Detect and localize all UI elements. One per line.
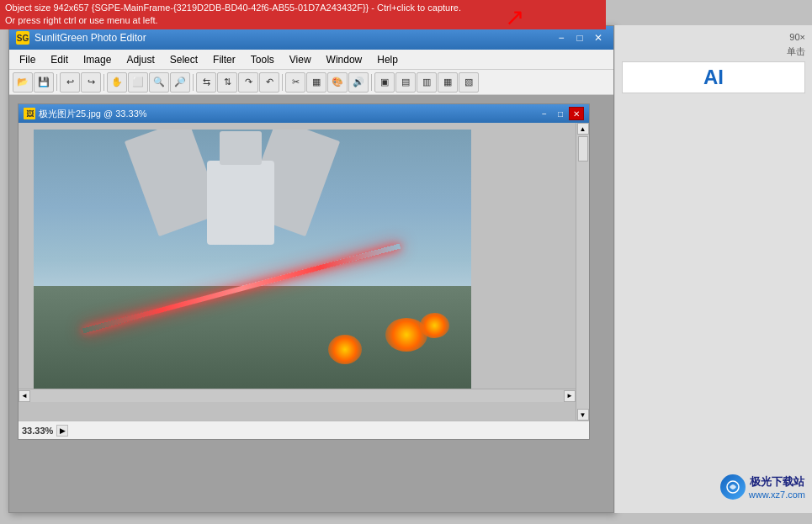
minimize-button[interactable]: − (553, 30, 570, 45)
image-title-buttons: − □ ✕ (537, 107, 584, 120)
menu-filter[interactable]: Filter (206, 52, 242, 67)
menu-window[interactable]: Window (320, 52, 369, 67)
menu-help[interactable]: Help (370, 52, 405, 67)
image-window: 🖼 极光图片25.jpg @ 33.33% − □ ✕ (18, 103, 590, 440)
image-file-icon: 🖼 (24, 108, 35, 119)
menu-bar: File Edit Image Adjust Select Filter Too… (9, 50, 613, 70)
scrollbar-left-arrow[interactable]: ◄ (19, 390, 30, 402)
hand-tool[interactable]: ✋ (107, 72, 127, 93)
window-title: SunlitGreen Photo Editor (34, 32, 146, 44)
sep4 (282, 74, 283, 91)
image-content: ▲ ▼ ◄ ► (19, 123, 589, 421)
scene-background (34, 130, 471, 390)
frame2-tool[interactable]: ▤ (395, 72, 416, 93)
image-title-text: 极光图片25.jpg @ 33.33% (39, 108, 147, 120)
right-ad-block[interactable]: AI (622, 61, 805, 93)
flip-v-tool[interactable]: ⇅ (217, 72, 237, 93)
image-statusbar: 33.33% ▶ (19, 421, 589, 439)
image-canvas (34, 130, 471, 390)
image-title-left: 🖼 极光图片25.jpg @ 33.33% (24, 108, 147, 120)
menu-edit[interactable]: Edit (44, 52, 75, 67)
mech-figure (165, 130, 316, 312)
explosion-2 (420, 313, 449, 338)
menu-image[interactable]: Image (77, 52, 118, 67)
save-button[interactable]: 💾 (34, 72, 54, 93)
menu-select[interactable]: Select (163, 52, 204, 67)
menu-view[interactable]: View (283, 52, 318, 67)
title-bar-left: SG SunlitGreen Photo Editor (16, 31, 146, 45)
capture-line2: Or press right ctrl or use menu at left. (5, 15, 158, 25)
maximize-button[interactable]: □ (571, 30, 588, 45)
close-button[interactable]: ✕ (590, 30, 607, 45)
capture-line1: Object size 942x657 {SGPE-MainFrame-{321… (5, 3, 461, 13)
content-area: 🖼 极光图片25.jpg @ 33.33% − □ ✕ (9, 95, 613, 512)
capture-arrow: ↗ (505, 3, 524, 31)
audio-tool[interactable]: 🔊 (348, 72, 369, 93)
scrollbar-thumb-v[interactable] (578, 136, 588, 161)
image-close-btn[interactable]: ✕ (569, 107, 584, 120)
sep2 (103, 74, 104, 91)
title-buttons: − □ ✕ (553, 30, 607, 45)
open-button[interactable]: 📂 (13, 72, 33, 93)
statusbar-expand-btn[interactable]: ▶ (56, 425, 68, 437)
menu-adjust[interactable]: Adjust (119, 52, 161, 67)
mech-torso (207, 161, 274, 245)
right-logo: 极光下载站 www.xz7.com (720, 474, 805, 500)
frame5-tool[interactable]: ▧ (459, 72, 479, 93)
toolbar: 📂 💾 ↩ ↪ ✋ ⬜ 🔍 🔎 ⇆ ⇅ ↷ ↶ ✂ ▦ 🎨 🔊 ▣ ▤ ▥ ▦ … (9, 70, 613, 95)
right-text-click: 单击 (622, 45, 805, 58)
menu-file[interactable]: File (13, 52, 42, 67)
image-restore-btn[interactable]: □ (553, 107, 568, 120)
redo-button[interactable]: ↪ (81, 72, 101, 93)
rotate-ccw-tool[interactable]: ↶ (259, 72, 279, 93)
ad-text: AI (703, 66, 724, 88)
scrollbar-right-arrow[interactable]: ► (564, 390, 576, 402)
scrollbar-up-arrow[interactable]: ▲ (577, 123, 589, 135)
logo-name: 极光下载站 (749, 474, 805, 490)
crop-tool[interactable]: ✂ (285, 72, 305, 93)
undo-button[interactable]: ↩ (60, 72, 80, 93)
select-rect-tool[interactable]: ⬜ (128, 72, 148, 93)
main-window: SG SunlitGreen Photo Editor − □ ✕ File E… (8, 25, 614, 513)
zoom-out-tool[interactable]: 🔎 (170, 72, 190, 93)
sep5 (371, 74, 372, 91)
image-title-bar: 🖼 极光图片25.jpg @ 33.33% − □ ✕ (19, 104, 589, 123)
frame3-tool[interactable]: ▥ (417, 72, 437, 93)
explosion-3 (328, 335, 362, 364)
right-text-size: 90× (622, 32, 805, 42)
mech-head (220, 131, 262, 165)
frame1-tool[interactable]: ▣ (374, 72, 395, 93)
color-tool[interactable]: 🎨 (327, 72, 348, 93)
scrollbar-down-arrow[interactable]: ▼ (577, 409, 589, 421)
horizontal-scrollbar[interactable]: ◄ ► (19, 389, 576, 402)
rotate-cw-tool[interactable]: ↷ (238, 72, 258, 93)
zoom-in-tool[interactable]: 🔍 (149, 72, 169, 93)
flip-h-tool[interactable]: ⇆ (196, 72, 216, 93)
logo-icon (720, 474, 746, 500)
levels-tool[interactable]: ▦ (306, 72, 326, 93)
sep3 (193, 74, 194, 91)
vertical-scrollbar[interactable]: ▲ ▼ (576, 123, 589, 421)
menu-tools[interactable]: Tools (244, 52, 281, 67)
frame4-tool[interactable]: ▦ (438, 72, 458, 93)
app-icon: SG (16, 31, 29, 45)
sep1 (56, 74, 57, 91)
logo-url: www.xz7.com (749, 490, 805, 500)
zoom-level: 33.33% (22, 426, 53, 436)
right-panel: 90× 单击 AI 极光下载站 www.xz7.com (614, 25, 812, 513)
image-minimize-btn[interactable]: − (537, 107, 552, 120)
